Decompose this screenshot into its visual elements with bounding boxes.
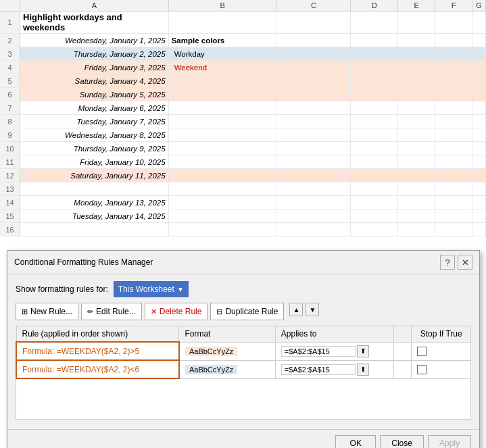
expand-range-button-2[interactable]: ⬆ bbox=[357, 364, 369, 376]
cell-2g bbox=[472, 34, 486, 47]
spreadsheet-row: 1 Highlight workdays and weekends bbox=[0, 11, 486, 34]
col-header-b: B bbox=[169, 0, 277, 11]
cell-3g bbox=[472, 47, 486, 60]
cell-5a[interactable]: Saturday, January 4, 2025 bbox=[20, 74, 169, 87]
rules-toolbar: ⊞ New Rule... ✏ Edit Rule... ✕ Delete Ru… bbox=[16, 303, 471, 320]
col-header-g: G bbox=[472, 0, 486, 11]
rule-column-header: Rule (applied in order shown) bbox=[16, 326, 179, 343]
edit-rule-button[interactable]: ✏ Edit Rule... bbox=[81, 303, 142, 320]
new-rule-button[interactable]: ⊞ New Rule... bbox=[16, 303, 78, 320]
apply-button[interactable]: Apply bbox=[428, 435, 471, 448]
cell-16f bbox=[435, 223, 472, 236]
cell-6a[interactable]: Sunday, January 5, 2025 bbox=[20, 88, 169, 101]
row-num: 16 bbox=[0, 223, 20, 236]
row-num: 12 bbox=[0, 169, 20, 182]
cell-16e bbox=[398, 223, 435, 236]
cell-1f bbox=[435, 11, 472, 33]
cell-15e bbox=[398, 209, 435, 222]
cell-1a[interactable]: Highlight workdays and weekends bbox=[20, 11, 169, 33]
cell-2b: Sample colors bbox=[169, 34, 277, 47]
delete-rule-icon: ✕ bbox=[151, 307, 157, 316]
cell-1b bbox=[169, 11, 277, 33]
expand-range-button-1[interactable]: ⬆ bbox=[357, 345, 369, 357]
cell-7b bbox=[169, 101, 277, 114]
spreadsheet-row: 5 Saturday, January 4, 2025 bbox=[0, 74, 486, 88]
applies-to-input-1[interactable] bbox=[281, 346, 356, 357]
table-row[interactable]: Formula: =WEEKDAY($A2, 2)>5 AaBbCcYyZz ⬆ bbox=[16, 342, 471, 360]
cell-8a[interactable]: Tuesday, January 7, 2025 bbox=[20, 115, 169, 128]
duplicate-rule-button[interactable]: ⊟ Duplicate Rule bbox=[210, 303, 284, 320]
help-button[interactable]: ? bbox=[440, 255, 455, 270]
cell-8e bbox=[398, 115, 435, 128]
cell-3b: Workday bbox=[169, 47, 277, 60]
format-cell-2: AaBbCcYyZz bbox=[179, 360, 275, 378]
stopif-cell-1 bbox=[412, 342, 471, 360]
cell-11c bbox=[276, 155, 351, 168]
rule-cell-1: Formula: =WEEKDAY($A2, 2)>5 bbox=[16, 342, 179, 360]
cell-13b bbox=[169, 182, 277, 195]
cell-11a[interactable]: Friday, January 10, 2025 bbox=[20, 155, 169, 168]
close-x-button[interactable]: ✕ bbox=[458, 255, 472, 270]
cell-2a[interactable]: Wednesday, January 1, 2025 bbox=[20, 34, 169, 47]
cell-12d bbox=[351, 169, 398, 182]
cell-12a[interactable]: Saturday, January 11, 2025 bbox=[20, 169, 169, 182]
spreadsheet-row: 8 Tuesday, January 7, 2025 bbox=[0, 115, 486, 128]
cell-12f bbox=[435, 169, 472, 182]
cell-1d bbox=[351, 11, 398, 33]
cell-7g bbox=[472, 101, 486, 114]
cell-2f bbox=[435, 34, 472, 47]
close-button[interactable]: Close bbox=[380, 435, 424, 448]
cell-7d bbox=[351, 101, 398, 114]
rules-table: Rule (applied in order shown) Format App… bbox=[16, 326, 471, 379]
applies-column-header: Applies to bbox=[275, 326, 393, 343]
spreadsheet-row: 9 Wednesday, January 8, 2025 bbox=[0, 128, 486, 142]
ok-button[interactable]: OK bbox=[335, 435, 376, 448]
dialog-footer: OK Close Apply bbox=[7, 429, 479, 448]
cell-1g bbox=[472, 11, 486, 33]
cell-4f bbox=[435, 61, 472, 74]
cell-15g bbox=[472, 209, 486, 222]
cell-6g bbox=[472, 88, 486, 101]
move-up-button[interactable]: ▲ bbox=[289, 303, 303, 316]
cell-4a[interactable]: Friday, January 3, 2025 bbox=[20, 61, 169, 74]
cell-4e bbox=[398, 61, 435, 74]
cell-14d bbox=[351, 196, 398, 209]
row-num: 15 bbox=[0, 209, 20, 222]
stop-if-true-checkbox-1[interactable] bbox=[417, 347, 427, 356]
col-header-f: F bbox=[435, 0, 472, 11]
cell-12g bbox=[472, 169, 486, 182]
cell-3a[interactable]: Thursday, January 2, 2025 bbox=[20, 47, 169, 60]
show-rules-dropdown[interactable]: This Worksheet ▼ bbox=[114, 281, 189, 297]
applies-cell-1: ⬆ bbox=[275, 342, 393, 360]
cell-15a[interactable]: Tuesday, January 14, 2025 bbox=[20, 209, 169, 222]
row-num: 5 bbox=[0, 74, 20, 87]
row-num: 2 bbox=[0, 34, 20, 47]
cell-9a[interactable]: Wednesday, January 8, 2025 bbox=[20, 128, 169, 141]
cell-10a[interactable]: Thursday, January 9, 2025 bbox=[20, 142, 169, 155]
cell-7f bbox=[435, 101, 472, 114]
move-down-button[interactable]: ▼ bbox=[306, 303, 319, 316]
row-num: 1 bbox=[0, 11, 20, 33]
cell-7a[interactable]: Monday, January 6, 2025 bbox=[20, 101, 169, 114]
table-row[interactable]: Formula: =WEEKDAY($A2, 2)<6 AaBbCcYyZz ⬆ bbox=[16, 360, 471, 378]
edit-rule-label: Edit Rule... bbox=[96, 307, 136, 316]
stopif-column-header: Stop If True bbox=[412, 326, 471, 343]
spreadsheet-row: 11 Friday, January 10, 2025 bbox=[0, 155, 486, 169]
cell-14a[interactable]: Monday, January 13, 2025 bbox=[20, 196, 169, 209]
cell-10c bbox=[276, 142, 351, 155]
cell-9c bbox=[276, 128, 351, 141]
stop-if-true-checkbox-2[interactable] bbox=[417, 365, 427, 374]
row-num: 14 bbox=[0, 196, 20, 209]
row-num: 6 bbox=[0, 88, 20, 101]
dialog-title-actions: ? ✕ bbox=[440, 255, 472, 270]
cell-11g bbox=[472, 155, 486, 168]
col-header-c: C bbox=[276, 0, 351, 11]
rule-formula-2: Formula: =WEEKDAY($A2, 2)<6 bbox=[22, 365, 139, 374]
cell-12e bbox=[398, 169, 435, 182]
delete-rule-button[interactable]: ✕ Delete Rule bbox=[145, 303, 208, 320]
cell-1e bbox=[398, 11, 435, 33]
cell-8g bbox=[472, 115, 486, 128]
cell-9e bbox=[398, 128, 435, 141]
cell-14g bbox=[472, 196, 486, 209]
applies-to-input-2[interactable] bbox=[281, 364, 356, 375]
